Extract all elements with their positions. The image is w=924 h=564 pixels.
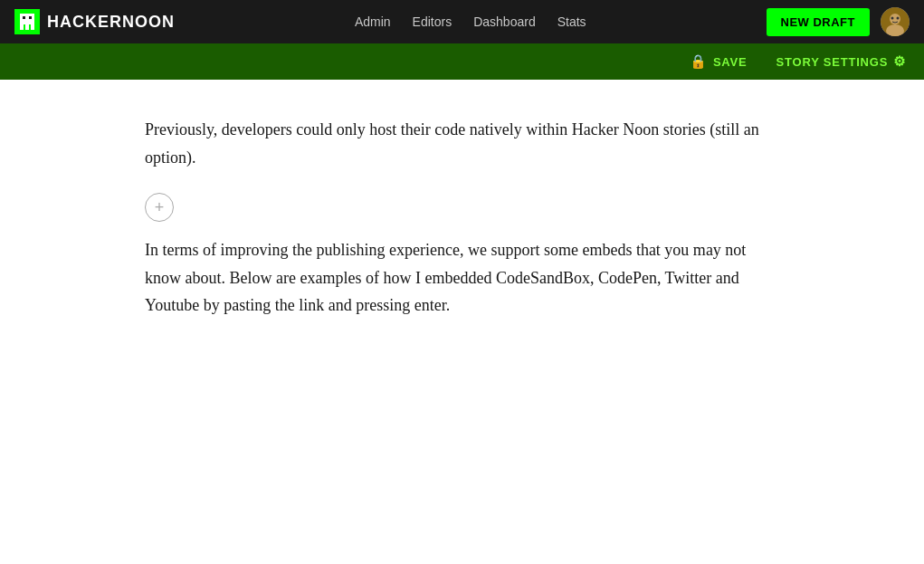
paragraph-2[interactable]: In terms of improving the publishing exp… (145, 236, 779, 320)
svg-rect-0 (20, 14, 34, 24)
svg-rect-4 (23, 16, 25, 19)
logo-icon (14, 9, 40, 34)
save-icon: 🔒 (690, 53, 708, 70)
add-block-icon: + (155, 198, 165, 217)
save-button[interactable]: 🔒 SAVE (690, 53, 747, 70)
settings-icon: ⚙ (893, 53, 906, 70)
add-block-button[interactable]: + (145, 193, 174, 222)
editor[interactable]: Previously, developers could only host t… (0, 80, 924, 564)
svg-rect-5 (29, 16, 32, 19)
paragraph-1[interactable]: Previously, developers could only host t… (145, 116, 779, 171)
content-block-1: Previously, developers could only host t… (145, 116, 779, 171)
content-block-2: In terms of improving the publishing exp… (145, 236, 779, 320)
svg-point-9 (891, 17, 894, 20)
story-settings-button[interactable]: STORY SETTINGS ⚙ (776, 53, 906, 70)
navbar: HACKERNOON Admin Editors Dashboard Stats… (0, 0, 924, 43)
svg-point-10 (897, 17, 900, 20)
svg-rect-2 (25, 24, 29, 30)
new-draft-button[interactable]: NEW DRAFT (767, 8, 871, 36)
save-label: SAVE (713, 55, 748, 69)
navbar-right: NEW DRAFT (767, 7, 910, 36)
avatar[interactable] (881, 7, 910, 36)
secondary-toolbar: 🔒 SAVE STORY SETTINGS ⚙ (0, 43, 924, 80)
nav-editors[interactable]: Editors (413, 14, 452, 29)
nav-admin[interactable]: Admin (355, 14, 391, 29)
svg-rect-1 (20, 24, 24, 30)
logo-text: HACKERNOON (47, 13, 175, 32)
svg-rect-3 (31, 24, 34, 30)
navbar-center: Admin Editors Dashboard Stats (355, 14, 586, 29)
nav-dashboard[interactable]: Dashboard (473, 14, 536, 29)
nav-stats[interactable]: Stats (557, 14, 586, 29)
story-settings-label: STORY SETTINGS (776, 55, 889, 69)
navbar-left: HACKERNOON (14, 9, 175, 34)
